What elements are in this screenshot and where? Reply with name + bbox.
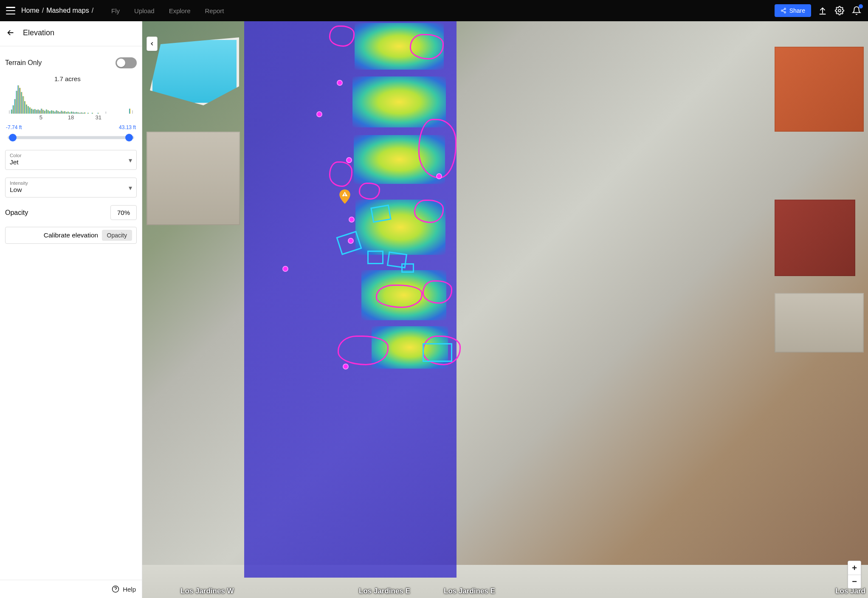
svg-rect-32 (58, 111, 59, 114)
range-thumb-max[interactable] (125, 134, 133, 141)
svg-rect-11 (23, 96, 24, 113)
building (147, 132, 240, 225)
upload-icon[interactable] (817, 5, 828, 16)
breadcrumb: Home / Mashed maps / (21, 7, 93, 14)
opacity-input[interactable]: 70% (110, 205, 137, 220)
svg-rect-29 (53, 111, 54, 114)
svg-rect-42 (74, 113, 76, 114)
svg-rect-46 (81, 113, 82, 114)
bell-icon[interactable] (851, 5, 862, 16)
svg-rect-33 (59, 112, 61, 114)
chevron-left-icon (149, 41, 155, 47)
svg-rect-35 (62, 112, 64, 114)
svg-rect-40 (71, 112, 72, 114)
svg-rect-27 (49, 111, 51, 114)
back-icon[interactable] (6, 28, 15, 37)
share-icon (781, 8, 786, 14)
svg-rect-4 (11, 110, 12, 114)
svg-rect-20 (38, 110, 39, 114)
svg-point-3 (838, 9, 841, 12)
svg-rect-8 (18, 85, 19, 114)
svg-rect-25 (46, 110, 47, 114)
svg-rect-18 (34, 109, 36, 114)
svg-rect-47 (82, 113, 84, 114)
help-link[interactable]: Help (112, 585, 136, 593)
gear-icon[interactable] (834, 5, 845, 16)
tab-explore[interactable]: Explore (169, 7, 191, 14)
intensity-value: Low (10, 186, 132, 194)
calibrate-elevation-button[interactable]: Calibrate elevation Opacity (5, 227, 137, 244)
svg-rect-36 (64, 111, 65, 114)
svg-rect-48 (84, 113, 85, 114)
svg-rect-45 (79, 113, 81, 114)
share-button[interactable]: Share (775, 4, 811, 17)
map-canvas[interactable]: Los Jardines W Los Jardines E Los Jardin… (142, 21, 868, 598)
svg-rect-37 (66, 112, 67, 114)
svg-rect-24 (44, 111, 45, 114)
range-thumb-min[interactable] (9, 134, 17, 141)
svg-rect-16 (31, 109, 32, 114)
notification-dot (859, 4, 863, 8)
color-select[interactable]: Color Jet ▾ (5, 150, 137, 170)
panel-title: Elevation (23, 28, 54, 37)
svg-rect-31 (56, 110, 57, 114)
breadcrumb-sep: / (92, 7, 93, 14)
intensity-select[interactable]: Intensity Low ▾ (5, 178, 137, 197)
svg-rect-15 (29, 107, 31, 114)
breadcrumb-sep: / (42, 7, 44, 14)
svg-rect-10 (21, 92, 22, 114)
svg-rect-17 (33, 110, 34, 114)
color-field-label: Color (10, 153, 132, 158)
street-label: Los Jardines W (180, 587, 234, 595)
svg-rect-12 (24, 101, 25, 113)
svg-rect-49 (87, 113, 89, 114)
svg-rect-44 (78, 113, 79, 114)
menu-icon[interactable] (6, 7, 15, 14)
warning-pin[interactable] (339, 189, 350, 204)
tab-upload[interactable]: Upload (134, 7, 155, 14)
svg-rect-30 (54, 112, 56, 114)
elevation-range-slider[interactable] (8, 132, 134, 143)
panel-header: Elevation (0, 21, 142, 46)
building (775, 293, 864, 353)
breadcrumb-project[interactable]: Mashed maps (46, 7, 89, 14)
breadcrumb-home[interactable]: Home (21, 7, 39, 14)
range-min: -7.74 ft (6, 124, 22, 130)
svg-rect-38 (68, 112, 69, 114)
collapse-sidebar-button[interactable] (147, 37, 158, 51)
svg-point-2 (784, 11, 786, 13)
color-value: Jet (10, 158, 132, 166)
tab-report[interactable]: Report (205, 7, 224, 14)
svg-rect-6 (14, 99, 16, 113)
share-label: Share (789, 7, 805, 14)
svg-rect-51 (98, 113, 99, 114)
pool-shape (150, 37, 239, 105)
opacity-tooltip: Opacity (102, 230, 132, 241)
svg-rect-60 (344, 195, 345, 196)
elevation-sidebar: Elevation Terrain Only 1.7 acres (0, 21, 142, 598)
elevation-histogram: 1.7 acres (5, 73, 137, 124)
calibrate-label: Calibrate elevation (44, 231, 98, 239)
nav-tabs: Fly Upload Explore Report (111, 7, 224, 14)
terrain-only-toggle[interactable] (116, 57, 137, 68)
svg-rect-7 (16, 91, 17, 114)
top-bar: Home / Mashed maps / Fly Upload Explore … (0, 0, 868, 21)
svg-rect-5 (13, 105, 14, 114)
svg-rect-9 (19, 88, 20, 114)
street-label: Los Jardines E (359, 587, 410, 595)
svg-rect-39 (69, 113, 70, 114)
svg-point-1 (781, 10, 783, 11)
svg-rect-13 (26, 104, 27, 114)
zoom-in-button[interactable]: + (848, 561, 861, 575)
tab-fly[interactable]: Fly (111, 7, 120, 14)
building (775, 47, 864, 132)
chevron-down-icon: ▾ (129, 156, 132, 164)
svg-point-0 (784, 8, 786, 10)
zoom-out-button[interactable]: − (848, 575, 861, 588)
intensity-field-label: Intensity (10, 181, 132, 186)
terrain-only-label: Terrain Only (5, 59, 42, 67)
help-icon (112, 585, 119, 593)
svg-rect-23 (42, 110, 44, 114)
svg-rect-52 (129, 109, 130, 114)
area-value: 1.7 acres (54, 75, 81, 82)
